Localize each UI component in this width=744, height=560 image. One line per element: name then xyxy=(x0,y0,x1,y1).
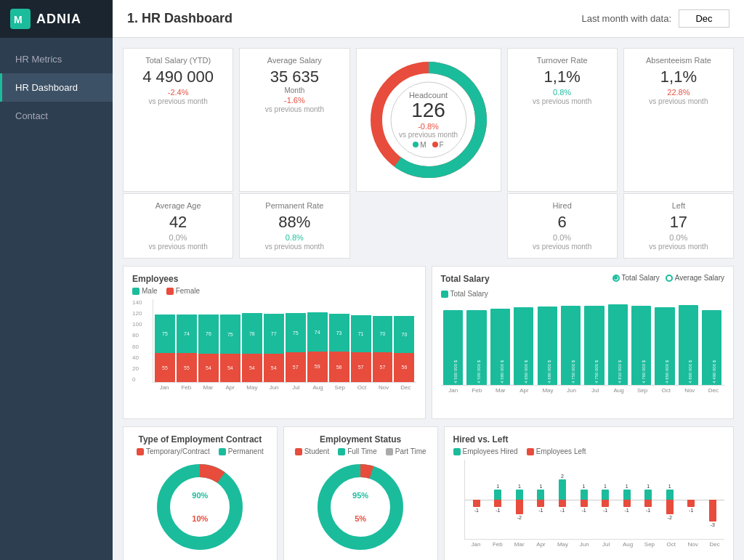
employees-chart: Employees Male Female 0 20 xyxy=(123,266,426,419)
contract-label-10: 10% xyxy=(192,514,208,523)
hvl-left-bar-Jul xyxy=(602,500,609,507)
salary-x-label-Sep: Sep xyxy=(631,387,654,394)
contract-center-labels: 90% 10% xyxy=(192,491,208,523)
logo-icon: M xyxy=(10,9,31,29)
sidebar-item-hr-metrics[interactable]: HR Metrics xyxy=(0,45,113,73)
kpi-avg-salary-label: Average Salary xyxy=(267,56,322,65)
salary-x-label-Oct: Oct xyxy=(655,387,677,394)
legend-male-item: Male xyxy=(132,287,158,295)
legend-left-item: Employees Left xyxy=(527,447,586,455)
kpi-total-salary-vs: vs previous month xyxy=(149,97,208,105)
headcount-change: -0.8% xyxy=(399,122,458,131)
hvl-left-val-Dec: -3 xyxy=(711,522,715,527)
hvl-left-bar-May xyxy=(559,500,566,507)
salary-x-label-Mar: Mar xyxy=(490,387,512,394)
salary-bar-group-Jan: 4 500 000 $ xyxy=(442,310,464,386)
hvl-hired-bar-Oct xyxy=(666,490,674,500)
salary-bar-Jul: 4 750 000 $ xyxy=(584,306,604,385)
hvl-title: Hired vs. Left xyxy=(453,434,725,445)
headcount-value: 126 xyxy=(399,100,458,122)
radio-avg-salary[interactable]: Average Salary xyxy=(666,274,724,282)
emp-x-label-Feb: Feb xyxy=(176,384,196,391)
emp-male-bar-Mar: 76 xyxy=(198,315,219,354)
emp-male-bar-Feb: 74 xyxy=(177,315,197,353)
salary-x-label-Jun: Jun xyxy=(560,387,583,394)
kpi-avg-age: Average Age 42 0,0% vs previous month xyxy=(123,193,233,259)
hvl-hired-bar-May xyxy=(559,479,566,500)
hvl-bars: -11-11-21-12-11-11-11-11-11-2-1-3 xyxy=(464,460,725,540)
emp-x-label-Nov: Nov xyxy=(373,384,394,391)
legend-hired-box xyxy=(453,448,461,455)
kpi-left-label: Left xyxy=(672,201,685,210)
legend-male-box xyxy=(132,288,140,295)
hvl-group-Sep: 1-1 xyxy=(639,460,658,539)
last-month-input[interactable] xyxy=(679,9,729,28)
emp-male-bar-Apr: 75 xyxy=(220,315,240,354)
kpi-absenteeism: Absenteeism Rate 1,1% 22.8% vs previous … xyxy=(623,48,734,192)
employment-contract-chart: Type of Employment Contract Temporary/Co… xyxy=(123,426,278,560)
legend-left-label: Employees Left xyxy=(536,447,586,455)
salary-bar-Aug: 4 810 000 $ xyxy=(608,304,628,385)
salary-chart-title: Total Salary xyxy=(441,274,490,284)
sidebar-logo: M ADNIA xyxy=(0,0,113,38)
kpi-hired-vs: vs previous month xyxy=(533,243,591,251)
emp-bar-group-Jul: 7557 xyxy=(286,313,306,382)
legend-student-box xyxy=(295,448,302,455)
legend-total-label: Total Salary xyxy=(450,290,488,298)
legend-student-label: Student xyxy=(304,447,329,455)
salary-chart: Total Salary Total Salary Average Salary xyxy=(432,266,735,419)
contract-legend: Temporary/Contract Permanent xyxy=(137,447,264,455)
kpi-total-salary: Total Salary (YTD) 4 490 000 -2.4% vs pr… xyxy=(123,48,233,192)
legend-parttime-label: Part Time xyxy=(395,447,426,455)
radio-total-salary[interactable]: Total Salary xyxy=(612,274,660,282)
hvl-x-labels: JanFebMarAprMayJunJulAugSepOctNovDec xyxy=(464,541,725,548)
salary-bar-Mar: 4 580 000 $ xyxy=(490,309,510,385)
salary-bar-Oct: 4 650 000 $ xyxy=(655,307,674,385)
hvl-left-val-Mar: -2 xyxy=(517,515,522,520)
hvl-hired-bar-Mar xyxy=(516,490,523,500)
salary-bar-group-Mar: 4 580 000 $ xyxy=(489,309,511,385)
sidebar-item-contact[interactable]: Contact xyxy=(0,102,113,130)
kpi-avg-age-vs: vs previous month xyxy=(149,243,208,251)
emp-female-bar-Nov: 57 xyxy=(373,352,393,382)
kpi-permanent-rate-change: 0.8% xyxy=(286,233,304,242)
emp-bar-group-Sep: 7358 xyxy=(329,314,349,382)
emp-bar-group-Feb: 7455 xyxy=(177,315,197,382)
status-label-5: 5% xyxy=(352,514,368,523)
emp-male-bar-Jan: 75 xyxy=(155,315,175,354)
emp-female-bar-Jan: 55 xyxy=(155,353,175,382)
kpi-hired-label: Hired xyxy=(552,201,571,210)
sidebar-item-hr-dashboard[interactable]: HR Dashboard xyxy=(0,73,113,102)
status-title: Employment Status xyxy=(320,434,401,445)
emp-bar-group-Dec: 7056 xyxy=(394,316,414,382)
salary-bar-group-Oct: 4 650 000 $ xyxy=(654,307,676,385)
kpi-headcount: Headcount 126 -0.8% vs previous month M … xyxy=(356,48,501,192)
hvl-hired-bar-Jun xyxy=(581,490,588,500)
hvl-group-Mar: 1-2 xyxy=(510,460,530,539)
emp-male-bar-Jul: 75 xyxy=(286,313,306,352)
kpi-total-salary-value: 4 490 000 xyxy=(142,68,214,86)
kpi-absenteeism-change: 22.8% xyxy=(667,88,690,97)
emp-male-bar-May: 78 xyxy=(242,313,262,354)
kpi-avg-salary-value: 35 635 xyxy=(270,68,319,86)
employees-bar-chart-container: 0 20 40 60 80 100 120 140 75557455765475… xyxy=(132,299,416,408)
hvl-left-bar-Sep xyxy=(644,500,652,507)
hvl-left-val-Sep: -1 xyxy=(646,508,650,513)
y-label-20: 20 xyxy=(132,365,142,372)
legend-temp-item: Temporary/Contract xyxy=(137,447,210,455)
hvl-hired-bar-Feb xyxy=(494,490,501,500)
hvl-hired-val-Oct: 1 xyxy=(668,484,671,489)
legend-female: F xyxy=(432,141,444,149)
radio-total-label: Total Salary xyxy=(622,274,660,282)
hvl-left-bar-Dec xyxy=(709,500,716,522)
status-legend: Student Full Time Part Time xyxy=(295,447,426,455)
emp-female-bar-Feb: 55 xyxy=(177,353,197,382)
salary-bar-group-Apr: 4 650 000 $ xyxy=(513,307,535,385)
y-label-100: 100 xyxy=(132,321,142,328)
salary-radio-group: Total Salary Average Salary xyxy=(612,274,724,282)
hvl-left-bar-Mar xyxy=(516,500,523,514)
kpi-hired-change: 0.0% xyxy=(553,233,571,242)
kpi-left-change: 0.0% xyxy=(669,233,687,242)
hvl-group-Jun: 1-1 xyxy=(574,460,594,539)
salary-bar-group-Nov: 4 800 000 $ xyxy=(677,305,699,385)
